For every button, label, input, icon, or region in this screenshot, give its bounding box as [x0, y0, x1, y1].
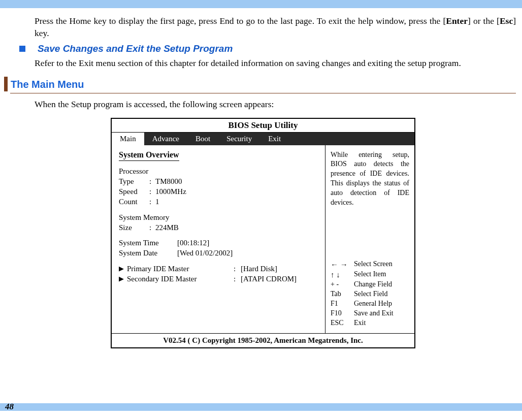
key-select-field: Select Field: [354, 289, 388, 299]
subheading-text: Save Changes and Exit the Setup Program: [38, 43, 233, 54]
bios-screenshot: BIOS Setup Utility Main Advance Boot Sec…: [111, 118, 415, 348]
system-overview-heading: System Overview: [119, 150, 179, 161]
processor-heading: Processor: [119, 166, 320, 176]
footer-bar: [0, 403, 522, 411]
key-leftright-icon: ← →: [331, 260, 354, 270]
key-plusminus: + -: [331, 280, 354, 289]
tab-security[interactable]: Security: [218, 133, 260, 145]
key-change-field: Change Field: [354, 280, 392, 289]
system-time-value[interactable]: [00:18:12]: [177, 238, 209, 248]
section-underline: [10, 93, 516, 93]
tab-boot[interactable]: Boot: [187, 133, 218, 145]
section-paragraph: When the Setup program is accessed, the …: [35, 99, 516, 111]
key-updown-icon: ↑ ↓: [331, 270, 354, 280]
bios-left-pane: System Overview Processor Type:TM8000 Sp…: [112, 145, 325, 333]
proc-type-label: Type: [119, 176, 149, 186]
key-select-item: Select Item: [354, 270, 386, 280]
section-heading-wrap: The Main Menu: [4, 77, 516, 91]
triangle-right-icon: ▶: [119, 264, 124, 273]
key-f1: F1: [331, 299, 354, 309]
proc-speed-value: 1000MHz: [155, 186, 186, 197]
memory-heading: System Memory: [119, 212, 320, 222]
bios-key-legend: ← →Select Screen ↑ ↓Select Item + -Chang…: [331, 260, 409, 328]
key-esc: ESC: [331, 318, 354, 328]
sub-paragraph: Refer to the Exit menu section of this c…: [35, 57, 516, 70]
key-save-exit: Save and Exit: [354, 309, 394, 318]
secondary-ide-label[interactable]: Secondary IDE Master: [127, 274, 234, 284]
bios-help-text: While entering setup, BIOS auto detects …: [331, 150, 409, 208]
secondary-ide-value: [ATAPI CDROM]: [241, 274, 297, 284]
system-date-value[interactable]: [Wed 01/02/2002]: [177, 248, 233, 258]
header-bar: [0, 0, 522, 8]
intro-paragraph: Press the Home key to display the first …: [35, 15, 516, 39]
section-title: The Main Menu: [11, 77, 516, 91]
ide-block: ▶ Primary IDE Master : [Hard Disk] ▶ Sec…: [119, 264, 320, 284]
bios-right-pane: While entering setup, BIOS auto detects …: [325, 145, 414, 333]
mem-size-label: Size: [119, 222, 149, 233]
proc-speed-label: Speed: [119, 186, 149, 197]
triangle-right-icon: ▶: [119, 274, 124, 283]
section-title-container: The Main Menu: [11, 77, 516, 91]
system-date-label: System Date: [119, 248, 177, 258]
key-select-screen: Select Screen: [354, 260, 393, 270]
subheading-row: Save Changes and Exit the Setup Program: [14, 43, 516, 54]
mem-size-value: 224MB: [155, 222, 179, 233]
square-bullet-icon: [19, 46, 25, 52]
tab-advance[interactable]: Advance: [144, 133, 187, 145]
bios-footer: V02.54 ( C) Copyright 1985-2002, America…: [112, 333, 414, 347]
key-tab: Tab: [331, 289, 354, 299]
primary-ide-label[interactable]: Primary IDE Master: [127, 264, 234, 274]
datetime-block: System Time[00:18:12] System Date[Wed 01…: [119, 238, 320, 259]
bios-tab-bar: Main Advance Boot Security Exit: [112, 133, 414, 145]
primary-ide-value: [Hard Disk]: [241, 264, 277, 274]
page-content: Press the Home key to display the first …: [0, 8, 516, 348]
proc-count-label: Count: [119, 197, 149, 207]
proc-count-value: 1: [155, 197, 159, 207]
proc-type-value: TM8000: [155, 176, 182, 186]
tab-main[interactable]: Main: [112, 133, 144, 145]
system-time-label: System Time: [119, 238, 177, 248]
key-f10: F10: [331, 309, 354, 318]
section-accent-bar: [4, 77, 8, 91]
tab-exit[interactable]: Exit: [260, 133, 289, 145]
processor-block: Processor Type:TM8000 Speed:1000MHz Coun…: [119, 166, 320, 207]
bios-title: BIOS Setup Utility: [112, 119, 414, 133]
bios-body: System Overview Processor Type:TM8000 Sp…: [112, 145, 414, 333]
memory-block: System Memory Size:224MB: [119, 212, 320, 233]
key-exit: Exit: [354, 318, 366, 328]
key-general-help: General Help: [354, 299, 392, 309]
page-number: 48: [5, 402, 14, 412]
